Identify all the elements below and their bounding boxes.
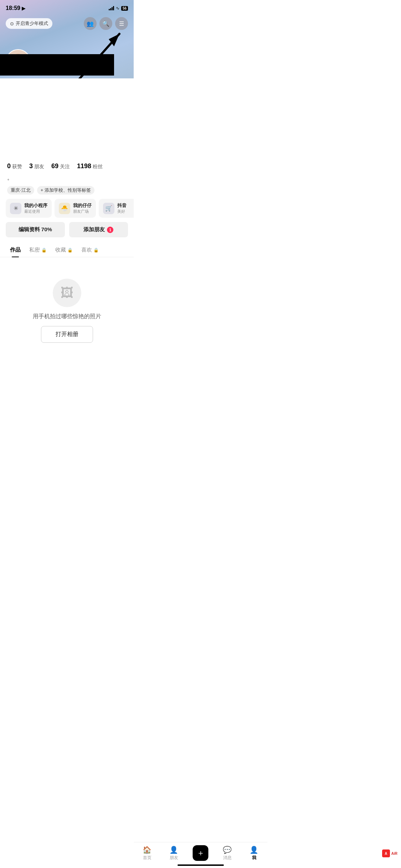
stats-row: 0 获赞 3 朋友 69 关注 1198 粉丝: [0, 157, 134, 174]
status-bar: 18:59 ▶ ∿ 56: [0, 0, 134, 14]
signal-icon: [109, 6, 114, 10]
open-album-button[interactable]: 打开相册: [41, 326, 93, 343]
tab-liked-label: 喜欢: [81, 247, 92, 253]
shop-icon: 🛒: [103, 203, 114, 214]
edit-profile-button[interactable]: 编辑资料 70%: [6, 222, 65, 237]
stat-following[interactable]: 69 关注: [51, 162, 70, 170]
action-buttons: 编辑资料 70% 添加朋友 1: [0, 222, 134, 243]
tab-private-label: 私密: [29, 247, 40, 253]
quick-link-pet[interactable]: 🐣 我的仔仔 朋友广场: [55, 199, 96, 218]
people-icon: 👥: [87, 20, 94, 27]
pet-title: 我的仔仔: [73, 202, 92, 209]
cover-area: 18:59 ▶ ∿ 56 ⊙ 开启青少年模式: [0, 0, 134, 78]
fans-count: 1198: [77, 162, 91, 170]
tab-works[interactable]: 作品: [6, 243, 25, 257]
location-icon: ▶: [22, 6, 25, 11]
following-label: 关注: [60, 164, 70, 170]
youth-mode-label: 开启青少年模式: [16, 20, 48, 27]
likes-count: 0: [7, 162, 11, 170]
pet-sub: 朋友广场: [73, 209, 92, 214]
following-count: 69: [51, 162, 58, 170]
search-icon: 🔍: [102, 20, 109, 27]
add-friends-badge: 1: [107, 227, 113, 233]
people-button[interactable]: 👥: [84, 17, 97, 30]
miniprogram-sub: 最近使用: [24, 209, 47, 214]
stat-likes[interactable]: 0 获赞: [7, 162, 22, 170]
battery-display: 56: [121, 6, 128, 11]
quick-link-shop[interactable]: 🛒 抖音 美好: [99, 199, 134, 218]
shop-title: 抖音: [117, 202, 127, 209]
top-actions: ⊙ 开启青少年模式 👥 🔍 ☰: [0, 17, 134, 30]
add-friends-label: 添加朋友: [83, 226, 105, 233]
empty-state: 🖼 用手机拍过哪些惊艳的照片 打开相册: [0, 257, 134, 357]
youth-mode-icon: ⊙: [10, 21, 14, 26]
quick-links: ✳ 我的小程序 最近使用 🐣 我的仔仔 朋友广场 🛒 抖音 美好: [0, 199, 134, 222]
tags-row: 重庆·江北 + 添加学校、性别等标签: [0, 185, 134, 199]
quick-link-miniprogram[interactable]: ✳ 我的小程序 最近使用: [6, 199, 52, 218]
stat-friends[interactable]: 3 朋友: [29, 162, 44, 170]
bio-section: 。: [0, 174, 134, 185]
stat-fans[interactable]: 1198 粉丝: [77, 162, 103, 170]
friends-label: 朋友: [34, 164, 44, 170]
bio-text: 。: [7, 175, 13, 181]
censored-block: [0, 54, 114, 76]
likes-label: 获赞: [12, 164, 22, 170]
miniprogram-title: 我的小程序: [24, 202, 47, 209]
open-album-label: 打开相册: [56, 331, 78, 337]
location-tag[interactable]: 重庆·江北: [7, 186, 34, 195]
empty-icon-wrap: 🖼: [53, 279, 81, 307]
tab-saved[interactable]: 收藏 🔒: [51, 243, 77, 257]
status-time: 18:59 ▶: [6, 5, 25, 11]
main-content: 0 获赞 3 朋友 69 关注 1198 粉丝 。 重庆·江北 + 添加学校、性…: [0, 157, 134, 357]
liked-lock-icon: 🔒: [93, 248, 99, 253]
status-icons: ∿ 56: [109, 6, 128, 11]
edit-profile-label: 编辑资料 70%: [19, 226, 52, 233]
time-display: 18:59: [6, 5, 20, 11]
private-lock-icon: 🔒: [41, 248, 47, 253]
wifi-icon: ∿: [116, 6, 119, 11]
menu-button[interactable]: ☰: [115, 17, 128, 30]
search-button[interactable]: 🔍: [99, 17, 112, 30]
header-action-icons: 👥 🔍 ☰: [84, 17, 128, 30]
tab-private[interactable]: 私密 🔒: [25, 243, 51, 257]
photo-icon: 🖼: [61, 285, 73, 300]
shop-sub: 美好: [117, 209, 127, 214]
saved-lock-icon: 🔒: [67, 248, 73, 253]
menu-icon: ☰: [119, 20, 124, 27]
pet-icon: 🐣: [59, 203, 70, 214]
tab-works-label: 作品: [10, 247, 21, 253]
miniprogram-icon: ✳: [10, 203, 21, 214]
add-friends-button[interactable]: 添加朋友 1: [69, 222, 128, 237]
tabs-row: 作品 私密 🔒 收藏 🔒 喜欢 🔒: [0, 243, 134, 257]
fans-label: 粉丝: [93, 164, 103, 170]
add-tags-button[interactable]: + 添加学校、性别等标签: [37, 186, 94, 195]
youth-mode-button[interactable]: ⊙ 开启青少年模式: [6, 18, 52, 29]
friends-count: 3: [29, 162, 33, 170]
empty-text: 用手机拍过哪些惊艳的照片: [33, 313, 101, 320]
tab-liked[interactable]: 喜欢 🔒: [77, 243, 103, 257]
tab-saved-label: 收藏: [55, 247, 66, 253]
